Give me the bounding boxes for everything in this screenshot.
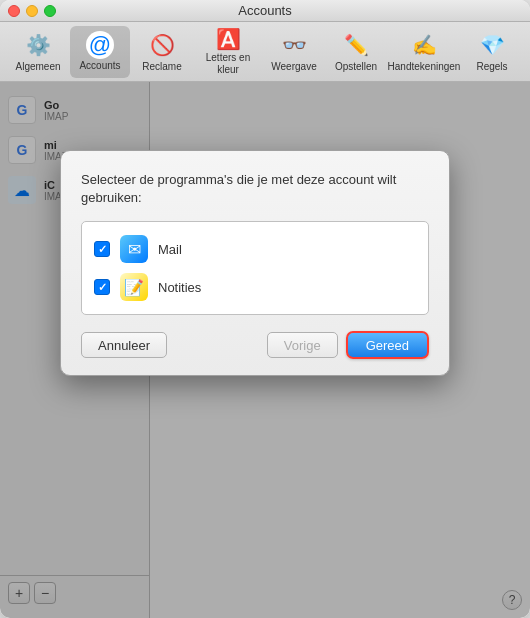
mail-label: Mail bbox=[158, 242, 182, 257]
regels-icon: 💎 bbox=[477, 30, 507, 60]
app-window: Accounts ⚙️ Algemeen @ Accounts 🚫 Reclam… bbox=[0, 0, 530, 618]
toolbar-item-weergave[interactable]: 👓 Weergave bbox=[264, 26, 324, 78]
titlebar: Accounts bbox=[0, 0, 530, 22]
notities-label: Notities bbox=[158, 280, 201, 295]
app-checkbox-list: ✓ ✉ Mail ✓ 📝 Notities bbox=[81, 221, 429, 315]
maximize-button[interactable] bbox=[44, 5, 56, 17]
vorige-button[interactable]: Vorige bbox=[267, 332, 338, 358]
toolbar-label-reclame: Reclame bbox=[142, 61, 181, 73]
toolbar-label-handtekeningen: Handtekeningen bbox=[388, 61, 461, 73]
toolbar-label-algemeen: Algemeen bbox=[15, 61, 60, 73]
modal-right-buttons: Vorige Gereed bbox=[267, 331, 429, 359]
toolbar-label-weergave: Weergave bbox=[271, 61, 316, 73]
toolbar-item-letters[interactable]: 🅰️ Letters en kleur bbox=[194, 26, 262, 78]
letters-icon: 🅰️ bbox=[213, 27, 243, 51]
toolbar-item-opstellen[interactable]: ✏️ Opstellen bbox=[326, 26, 386, 78]
opstellen-icon: ✏️ bbox=[341, 30, 371, 60]
toolbar-item-reclame[interactable]: 🚫 Reclame bbox=[132, 26, 192, 78]
toolbar-item-handtekeningen[interactable]: ✍️ Handtekeningen bbox=[388, 26, 460, 78]
window-controls bbox=[8, 5, 56, 17]
toolbar: ⚙️ Algemeen @ Accounts 🚫 Reclame 🅰️ Lett… bbox=[0, 22, 530, 82]
notities-checkbox[interactable]: ✓ bbox=[94, 279, 110, 295]
toolbar-item-regels[interactable]: 💎 Regels bbox=[462, 26, 522, 78]
toolbar-label-accounts: Accounts bbox=[79, 60, 120, 72]
window-title: Accounts bbox=[238, 3, 291, 18]
annuleer-button[interactable]: Annuleer bbox=[81, 332, 167, 358]
modal-instruction: Selecteer de programma's die je met deze… bbox=[81, 171, 429, 207]
modal-button-row: Annuleer Vorige Gereed bbox=[81, 331, 429, 359]
toolbar-item-accounts[interactable]: @ Accounts bbox=[70, 26, 130, 78]
mail-row: ✓ ✉ Mail bbox=[94, 230, 416, 268]
toolbar-label-opstellen: Opstellen bbox=[335, 61, 377, 73]
notities-row: ✓ 📝 Notities bbox=[94, 268, 416, 306]
handtekeningen-icon: ✍️ bbox=[409, 30, 439, 60]
toolbar-label-regels: Regels bbox=[476, 61, 507, 73]
modal-overlay: Selecteer de programma's die je met deze… bbox=[0, 82, 530, 618]
toolbar-label-letters: Letters en kleur bbox=[196, 52, 260, 76]
modal-dialog: Selecteer de programma's die je met deze… bbox=[60, 150, 450, 376]
gereed-button[interactable]: Gereed bbox=[346, 331, 429, 359]
toolbar-item-algemeen[interactable]: ⚙️ Algemeen bbox=[8, 26, 68, 78]
notities-app-icon: 📝 bbox=[120, 273, 148, 301]
mail-app-icon: ✉ bbox=[120, 235, 148, 263]
weergave-icon: 👓 bbox=[279, 30, 309, 60]
close-button[interactable] bbox=[8, 5, 20, 17]
accounts-icon: @ bbox=[86, 31, 114, 59]
main-content: G Go IMAP G mi IMAP ☁ iC IMAP bbox=[0, 82, 530, 618]
reclame-icon: 🚫 bbox=[147, 30, 177, 60]
algemeen-icon: ⚙️ bbox=[23, 30, 53, 60]
minimize-button[interactable] bbox=[26, 5, 38, 17]
mail-checkbox[interactable]: ✓ bbox=[94, 241, 110, 257]
